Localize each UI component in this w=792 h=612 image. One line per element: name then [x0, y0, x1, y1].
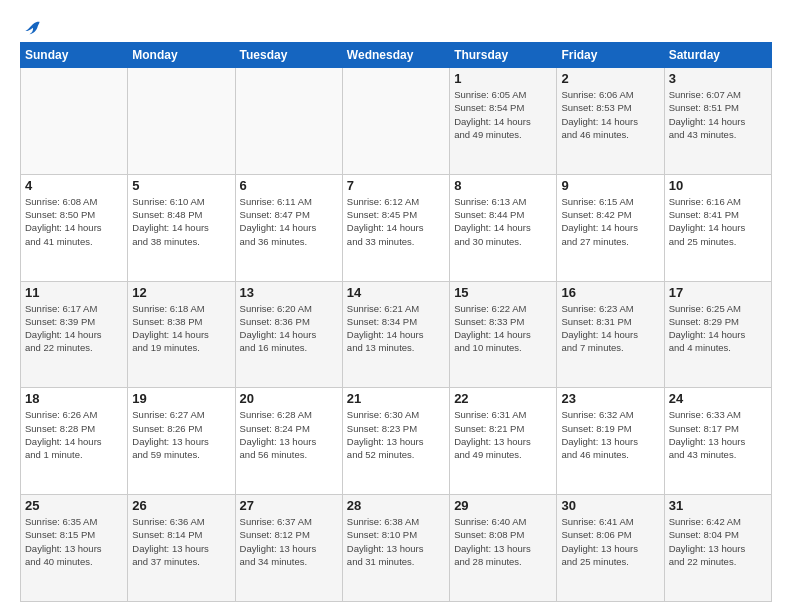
- calendar-day-cell: 22Sunrise: 6:31 AM Sunset: 8:21 PM Dayli…: [450, 388, 557, 495]
- day-info: Sunrise: 6:11 AM Sunset: 8:47 PM Dayligh…: [240, 195, 338, 248]
- day-number: 22: [454, 391, 552, 406]
- calendar-day-cell: 12Sunrise: 6:18 AM Sunset: 8:38 PM Dayli…: [128, 281, 235, 388]
- day-number: 28: [347, 498, 445, 513]
- calendar-day-cell: 21Sunrise: 6:30 AM Sunset: 8:23 PM Dayli…: [342, 388, 449, 495]
- calendar-day-cell: [235, 68, 342, 175]
- calendar-day-cell: 9Sunrise: 6:15 AM Sunset: 8:42 PM Daylig…: [557, 174, 664, 281]
- day-info: Sunrise: 6:32 AM Sunset: 8:19 PM Dayligh…: [561, 408, 659, 461]
- day-number: 17: [669, 285, 767, 300]
- day-number: 13: [240, 285, 338, 300]
- calendar-day-cell: 14Sunrise: 6:21 AM Sunset: 8:34 PM Dayli…: [342, 281, 449, 388]
- day-number: 12: [132, 285, 230, 300]
- calendar-day-cell: 13Sunrise: 6:20 AM Sunset: 8:36 PM Dayli…: [235, 281, 342, 388]
- calendar-day-cell: 11Sunrise: 6:17 AM Sunset: 8:39 PM Dayli…: [21, 281, 128, 388]
- logo-bird-icon: [22, 16, 42, 36]
- calendar-day-cell: 20Sunrise: 6:28 AM Sunset: 8:24 PM Dayli…: [235, 388, 342, 495]
- calendar-day-cell: 15Sunrise: 6:22 AM Sunset: 8:33 PM Dayli…: [450, 281, 557, 388]
- day-number: 5: [132, 178, 230, 193]
- day-info: Sunrise: 6:26 AM Sunset: 8:28 PM Dayligh…: [25, 408, 123, 461]
- calendar-day-cell: 6Sunrise: 6:11 AM Sunset: 8:47 PM Daylig…: [235, 174, 342, 281]
- calendar-day-cell: [21, 68, 128, 175]
- day-number: 21: [347, 391, 445, 406]
- calendar-header-row: SundayMondayTuesdayWednesdayThursdayFrid…: [21, 43, 772, 68]
- page: SundayMondayTuesdayWednesdayThursdayFrid…: [0, 0, 792, 612]
- calendar-day-cell: 4Sunrise: 6:08 AM Sunset: 8:50 PM Daylig…: [21, 174, 128, 281]
- calendar-day-header: Tuesday: [235, 43, 342, 68]
- day-number: 31: [669, 498, 767, 513]
- day-info: Sunrise: 6:36 AM Sunset: 8:14 PM Dayligh…: [132, 515, 230, 568]
- day-info: Sunrise: 6:35 AM Sunset: 8:15 PM Dayligh…: [25, 515, 123, 568]
- calendar-day-cell: 18Sunrise: 6:26 AM Sunset: 8:28 PM Dayli…: [21, 388, 128, 495]
- day-info: Sunrise: 6:16 AM Sunset: 8:41 PM Dayligh…: [669, 195, 767, 248]
- day-info: Sunrise: 6:20 AM Sunset: 8:36 PM Dayligh…: [240, 302, 338, 355]
- calendar-day-cell: 2Sunrise: 6:06 AM Sunset: 8:53 PM Daylig…: [557, 68, 664, 175]
- day-info: Sunrise: 6:30 AM Sunset: 8:23 PM Dayligh…: [347, 408, 445, 461]
- day-number: 3: [669, 71, 767, 86]
- calendar-day-cell: 23Sunrise: 6:32 AM Sunset: 8:19 PM Dayli…: [557, 388, 664, 495]
- day-info: Sunrise: 6:12 AM Sunset: 8:45 PM Dayligh…: [347, 195, 445, 248]
- calendar-week-row: 18Sunrise: 6:26 AM Sunset: 8:28 PM Dayli…: [21, 388, 772, 495]
- calendar-day-cell: 8Sunrise: 6:13 AM Sunset: 8:44 PM Daylig…: [450, 174, 557, 281]
- day-number: 19: [132, 391, 230, 406]
- calendar-day-cell: 19Sunrise: 6:27 AM Sunset: 8:26 PM Dayli…: [128, 388, 235, 495]
- day-info: Sunrise: 6:05 AM Sunset: 8:54 PM Dayligh…: [454, 88, 552, 141]
- calendar-day-header: Thursday: [450, 43, 557, 68]
- day-number: 1: [454, 71, 552, 86]
- calendar-week-row: 4Sunrise: 6:08 AM Sunset: 8:50 PM Daylig…: [21, 174, 772, 281]
- day-info: Sunrise: 6:22 AM Sunset: 8:33 PM Dayligh…: [454, 302, 552, 355]
- calendar-table: SundayMondayTuesdayWednesdayThursdayFrid…: [20, 42, 772, 602]
- logo: [20, 16, 42, 36]
- day-number: 6: [240, 178, 338, 193]
- calendar-day-cell: 27Sunrise: 6:37 AM Sunset: 8:12 PM Dayli…: [235, 495, 342, 602]
- day-info: Sunrise: 6:40 AM Sunset: 8:08 PM Dayligh…: [454, 515, 552, 568]
- calendar-day-cell: 26Sunrise: 6:36 AM Sunset: 8:14 PM Dayli…: [128, 495, 235, 602]
- calendar-day-cell: 10Sunrise: 6:16 AM Sunset: 8:41 PM Dayli…: [664, 174, 771, 281]
- calendar-day-cell: 5Sunrise: 6:10 AM Sunset: 8:48 PM Daylig…: [128, 174, 235, 281]
- day-info: Sunrise: 6:17 AM Sunset: 8:39 PM Dayligh…: [25, 302, 123, 355]
- day-info: Sunrise: 6:21 AM Sunset: 8:34 PM Dayligh…: [347, 302, 445, 355]
- calendar-day-cell: [128, 68, 235, 175]
- day-number: 18: [25, 391, 123, 406]
- calendar-day-cell: 1Sunrise: 6:05 AM Sunset: 8:54 PM Daylig…: [450, 68, 557, 175]
- calendar-week-row: 25Sunrise: 6:35 AM Sunset: 8:15 PM Dayli…: [21, 495, 772, 602]
- day-info: Sunrise: 6:42 AM Sunset: 8:04 PM Dayligh…: [669, 515, 767, 568]
- day-number: 16: [561, 285, 659, 300]
- day-number: 2: [561, 71, 659, 86]
- day-number: 30: [561, 498, 659, 513]
- day-number: 20: [240, 391, 338, 406]
- calendar-week-row: 11Sunrise: 6:17 AM Sunset: 8:39 PM Dayli…: [21, 281, 772, 388]
- calendar-day-cell: 17Sunrise: 6:25 AM Sunset: 8:29 PM Dayli…: [664, 281, 771, 388]
- day-number: 24: [669, 391, 767, 406]
- day-number: 27: [240, 498, 338, 513]
- day-number: 23: [561, 391, 659, 406]
- day-number: 7: [347, 178, 445, 193]
- calendar-day-header: Wednesday: [342, 43, 449, 68]
- calendar-day-cell: 3Sunrise: 6:07 AM Sunset: 8:51 PM Daylig…: [664, 68, 771, 175]
- day-info: Sunrise: 6:15 AM Sunset: 8:42 PM Dayligh…: [561, 195, 659, 248]
- calendar-day-cell: 16Sunrise: 6:23 AM Sunset: 8:31 PM Dayli…: [557, 281, 664, 388]
- day-info: Sunrise: 6:18 AM Sunset: 8:38 PM Dayligh…: [132, 302, 230, 355]
- day-number: 29: [454, 498, 552, 513]
- day-info: Sunrise: 6:31 AM Sunset: 8:21 PM Dayligh…: [454, 408, 552, 461]
- calendar-day-cell: 25Sunrise: 6:35 AM Sunset: 8:15 PM Dayli…: [21, 495, 128, 602]
- day-info: Sunrise: 6:13 AM Sunset: 8:44 PM Dayligh…: [454, 195, 552, 248]
- day-info: Sunrise: 6:07 AM Sunset: 8:51 PM Dayligh…: [669, 88, 767, 141]
- calendar-day-header: Monday: [128, 43, 235, 68]
- day-number: 26: [132, 498, 230, 513]
- day-number: 25: [25, 498, 123, 513]
- calendar-day-cell: 24Sunrise: 6:33 AM Sunset: 8:17 PM Dayli…: [664, 388, 771, 495]
- day-number: 8: [454, 178, 552, 193]
- day-info: Sunrise: 6:33 AM Sunset: 8:17 PM Dayligh…: [669, 408, 767, 461]
- day-number: 11: [25, 285, 123, 300]
- calendar-day-cell: 31Sunrise: 6:42 AM Sunset: 8:04 PM Dayli…: [664, 495, 771, 602]
- day-number: 9: [561, 178, 659, 193]
- day-info: Sunrise: 6:27 AM Sunset: 8:26 PM Dayligh…: [132, 408, 230, 461]
- day-info: Sunrise: 6:41 AM Sunset: 8:06 PM Dayligh…: [561, 515, 659, 568]
- header: [20, 16, 772, 36]
- day-info: Sunrise: 6:38 AM Sunset: 8:10 PM Dayligh…: [347, 515, 445, 568]
- calendar-day-cell: 29Sunrise: 6:40 AM Sunset: 8:08 PM Dayli…: [450, 495, 557, 602]
- calendar-day-header: Sunday: [21, 43, 128, 68]
- calendar-day-header: Saturday: [664, 43, 771, 68]
- calendar-day-header: Friday: [557, 43, 664, 68]
- calendar-day-cell: [342, 68, 449, 175]
